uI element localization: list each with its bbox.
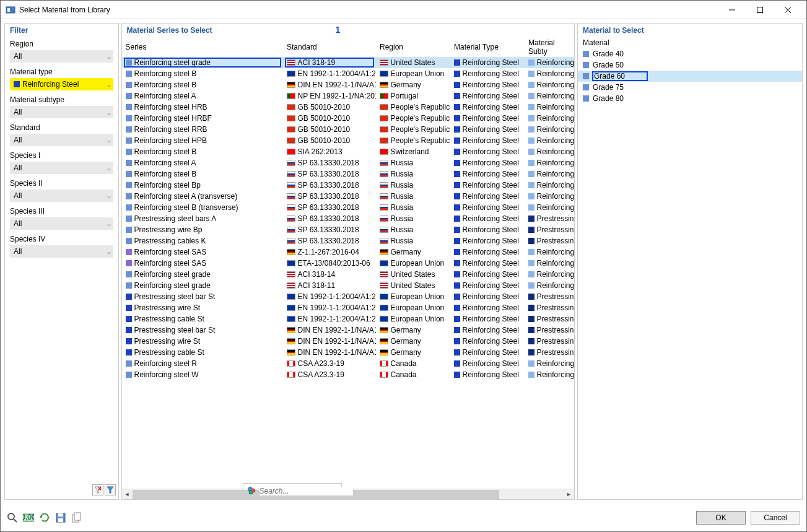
ok-button[interactable]: OK — [696, 511, 746, 525]
material-row[interactable]: Grade 50 — [578, 59, 802, 71]
material-row[interactable]: Grade 80 — [578, 93, 802, 104]
species4-combo[interactable]: All⌵ — [10, 245, 113, 258]
table-row[interactable]: Reinforcing steel RCSA A23.3-19CanadaRei… — [122, 358, 574, 369]
table-row[interactable]: Reinforcing steel SASZ-1.1-267:2016-04Ge… — [122, 246, 574, 258]
table-row[interactable]: Reinforcing steel gradeACI 318-11United … — [122, 280, 574, 291]
search-footer-icon[interactable] — [7, 512, 18, 523]
swatch-icon — [528, 115, 534, 121]
chevron-down-icon: ⌵ — [107, 109, 111, 116]
subtype-name: Reinforcing — [537, 125, 574, 134]
material-col-header[interactable]: Material — [578, 37, 802, 48]
table-row[interactable]: Reinforcing steel WCSA A23.3-19CanadaRei… — [122, 369, 574, 380]
standard-combo[interactable]: All⌵ — [10, 134, 113, 146]
col-subtype[interactable]: Material Subty — [525, 37, 574, 57]
table-row[interactable]: Reinforcing steel gradeACI 318-14United … — [122, 269, 574, 280]
col-type[interactable]: Material Type — [450, 37, 525, 57]
material-name: Grade 80 — [593, 94, 624, 103]
series-name: Reinforcing steel B — [134, 69, 197, 78]
flag-icon — [380, 349, 388, 355]
species2-combo[interactable]: All⌵ — [10, 190, 113, 202]
table-row[interactable]: Reinforcing steel HRBGB 50010-2010People… — [122, 102, 574, 113]
col-region[interactable]: Region — [376, 37, 450, 57]
clear-filter-button[interactable] — [92, 484, 103, 495]
flag-icon — [380, 216, 388, 222]
subtype-name: Reinforcing — [537, 170, 574, 178]
table-row[interactable]: Reinforcing steel SASETA-13/0840:2013-06… — [122, 258, 574, 269]
table-row[interactable]: Reinforcing steel BSIA 262:2013Switzerla… — [122, 146, 574, 157]
subtype-name: Reinforcing — [537, 58, 574, 67]
type-name: Reinforcing Steel — [463, 170, 519, 178]
species3-combo[interactable]: All⌵ — [10, 217, 113, 230]
close-button[interactable] — [774, 1, 801, 19]
table-row[interactable]: Prestressing wire StDIN EN 1992-1-1/NA/A… — [122, 336, 574, 347]
col-series[interactable]: Series — [122, 37, 283, 57]
series-header-row[interactable]: Series Standard Region Material Type Mat… — [122, 37, 574, 57]
flag-icon — [287, 71, 295, 77]
table-row[interactable]: Prestressing wire StEN 1992-1-1:2004/A1:… — [122, 302, 574, 313]
flag-icon — [380, 193, 388, 199]
table-row[interactable]: Reinforcing steel BDIN EN 1992-1-1/NA/A1… — [122, 79, 574, 90]
table-row[interactable]: Reinforcing steel HRBFGB 50010-2010Peopl… — [122, 113, 574, 124]
material-name: Grade 40 — [593, 50, 624, 58]
material-subtype-combo[interactable]: All⌵ — [10, 106, 113, 118]
material-row[interactable]: Grade 60 — [578, 71, 802, 82]
material-row[interactable]: Grade 75 — [578, 82, 802, 93]
table-row[interactable]: Prestressing cable StEN 1992-1-1:2004/A1… — [122, 313, 574, 325]
table-row[interactable]: Reinforcing steel gradeACI 318-19United … — [122, 57, 574, 68]
standard-name: SP 63.13330.2018 — [298, 192, 359, 201]
swatch-icon — [528, 294, 534, 300]
search-input[interactable] — [260, 487, 353, 495]
table-row[interactable]: Prestressing steel bar StEN 1992-1-1:200… — [122, 291, 574, 302]
minimize-button[interactable] — [718, 1, 746, 19]
table-row[interactable]: Reinforcing steel BSP 63.13330.2018Russi… — [122, 168, 574, 180]
series-name: Reinforcing steel grade — [134, 58, 211, 67]
table-row[interactable]: Reinforcing steel B (transverse)SP 63.13… — [122, 202, 574, 213]
col-standard[interactable]: Standard — [283, 37, 376, 57]
flag-icon — [287, 149, 295, 155]
table-row[interactable]: Prestressing wire BpSP 63.13330.2018Russ… — [122, 224, 574, 235]
searchbar — [243, 483, 342, 499]
series-name: Reinforcing steel A (transverse) — [134, 192, 238, 201]
filter-button[interactable] — [105, 484, 116, 495]
scroll-left-icon[interactable]: ◄ — [122, 489, 133, 500]
table-row[interactable]: Reinforcing steel BpSP 63.13330.2018Russ… — [122, 180, 574, 191]
standard-name: ACI 318-11 — [298, 281, 336, 290]
cancel-button[interactable]: Cancel — [751, 511, 800, 525]
type-name: Reinforcing Steel — [463, 248, 519, 256]
table-row[interactable]: Prestressing cable StDIN EN 1992-1-1/NA/… — [122, 347, 574, 358]
svg-point-13 — [8, 513, 14, 520]
save-icon[interactable] — [55, 512, 66, 523]
material-type-combo[interactable]: Reinforcing Steel⌵ — [10, 78, 113, 90]
swatch-icon — [126, 104, 132, 110]
standard-name: SIA 262:2013 — [298, 147, 342, 156]
table-row[interactable]: Reinforcing steel HPBGB 50010-2010People… — [122, 135, 574, 146]
table-row[interactable]: Reinforcing steel BEN 1992-1-1:2004/A1:2… — [122, 68, 574, 79]
table-row[interactable]: Reinforcing steel ASP 63.13330.2018Russi… — [122, 157, 574, 168]
swatch-icon — [14, 81, 20, 87]
swatch-icon — [454, 327, 460, 333]
table-row[interactable]: Prestressing steel bar StDIN EN 1992-1-1… — [122, 325, 574, 336]
swatch-icon — [528, 216, 534, 222]
copy-icon[interactable] — [71, 512, 82, 523]
type-name: Reinforcing Steel — [463, 337, 519, 346]
flag-icon — [380, 93, 388, 99]
region-combo[interactable]: All⌵ — [10, 50, 113, 63]
table-row[interactable]: Reinforcing steel ANP EN 1992-1-1/NA:201… — [122, 90, 574, 102]
swatch-icon — [528, 305, 534, 311]
subtype-name: Prestressing — [537, 348, 574, 357]
series-name: Prestressing steel bar St — [134, 292, 216, 301]
maximize-button[interactable] — [746, 1, 774, 19]
scroll-right-icon[interactable]: ► — [564, 489, 574, 500]
table-row[interactable]: Reinforcing steel A (transverse)SP 63.13… — [122, 191, 574, 202]
swatch-icon — [454, 249, 460, 255]
table-row[interactable]: Prestressing steel bars ASP 63.13330.201… — [122, 213, 574, 224]
table-row[interactable]: Prestressing cables KSP 63.13330.2018Rus… — [122, 235, 574, 246]
refresh-icon[interactable] — [39, 512, 50, 523]
table-row[interactable]: Reinforcing steel RRBGB 50010-2010People… — [122, 124, 574, 135]
units-icon[interactable]: 0,00 — [23, 512, 34, 523]
chevron-down-icon: ⌵ — [107, 165, 111, 172]
material-row[interactable]: Grade 40 — [578, 48, 802, 59]
species1-combo[interactable]: All⌵ — [10, 162, 113, 174]
region-name: Russia — [391, 181, 414, 190]
subtype-name: Prestressing — [537, 292, 574, 301]
